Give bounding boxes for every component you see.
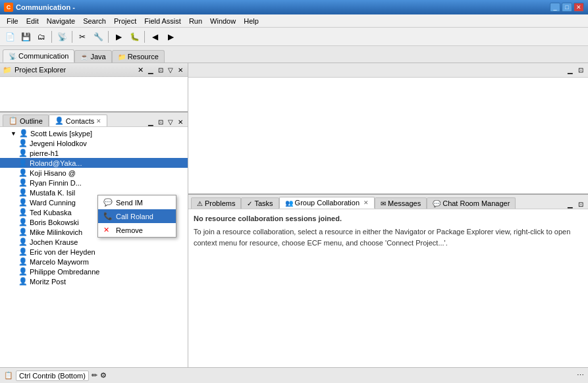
- no-session-text: No resource collaboration sessions joine…: [194, 215, 583, 222]
- menu-edit[interactable]: Edit: [22, 16, 43, 26]
- status-settings-icon[interactable]: ⚙: [100, 371, 107, 380]
- toolbar-nav1[interactable]: ◀: [147, 30, 162, 44]
- menu-bar: File Edit Navigate Search Project Field …: [0, 14, 588, 28]
- pe-minimize-btn[interactable]: ▁: [146, 66, 155, 74]
- tab-problems[interactable]: ⚠ Problems: [191, 197, 241, 209]
- tab-problems-label: Problems: [205, 199, 235, 207]
- persp-tab-resource[interactable]: 📁 Resource: [112, 50, 165, 63]
- contact-icon-14: 👤: [18, 277, 28, 286]
- toolbar-nav2[interactable]: ▶: [163, 30, 178, 44]
- menu-run[interactable]: Run: [185, 16, 206, 26]
- contact-icon-0: 👤: [18, 139, 28, 147]
- right-panel: ▁ ⊡ ⚠ Problems ✓ Tasks 👥 Group Collabora…: [188, 63, 588, 367]
- list-item[interactable]: 👤 Moritz Post: [0, 276, 188, 286]
- toolbar-edit1[interactable]: ✂: [75, 30, 90, 44]
- java-icon: ☕: [80, 53, 88, 61]
- contact-icon-10: 👤: [18, 238, 28, 246]
- list-item[interactable]: 👤 Philippe Ombredanne: [0, 267, 188, 276]
- contact-name-3: Koji Hisano @: [30, 169, 76, 177]
- tab-messages[interactable]: ✉ Messages: [375, 197, 427, 209]
- app-icon: C: [4, 3, 13, 12]
- menu-field-assist[interactable]: Field Assist: [140, 16, 185, 26]
- list-item-roland[interactable]: 👤 Roland@Yaka...: [0, 158, 188, 168]
- contacts-tab-bar: 📋 Outline 👤 Contacts ✕ ▁ ⊡ ▽ ✕: [0, 113, 188, 127]
- list-item[interactable]: 👤 Jochen Krause: [0, 237, 188, 247]
- toolbar-run[interactable]: ▶: [111, 30, 126, 44]
- menu-search[interactable]: Search: [79, 16, 110, 26]
- list-item[interactable]: 👤 Marcelo Mayworm: [0, 257, 188, 267]
- ctx-call-roland[interactable]: 📞 Call Roland: [98, 209, 176, 223]
- list-item[interactable]: 👤 Eric von der Heyden: [0, 247, 188, 257]
- toolbar-sep4: [144, 31, 145, 43]
- list-item[interactable]: 👤 Koji Hisano @: [0, 168, 188, 178]
- ctrl-contrib-label: Ctrl Contrib (Bottom): [19, 372, 86, 380]
- ctx-send-im[interactable]: 💬 Send IM: [98, 195, 176, 209]
- bottom-expand-btn[interactable]: ⊡: [576, 200, 585, 209]
- contacts-icon: 👤: [55, 116, 64, 125]
- right-expand-btn[interactable]: ⊡: [576, 66, 585, 74]
- contact-name-0: Jevgeni Holodkov: [30, 140, 87, 147]
- bottom-tab-controls: ▁ ⊡: [566, 200, 585, 209]
- status-left: 📋 Ctrl Contrib (Bottom) ✏ ⚙: [4, 370, 573, 381]
- contacts-tab-close[interactable]: ✕: [96, 118, 101, 124]
- ctx-remove[interactable]: ✕ Remove: [98, 223, 176, 237]
- contacts-expand-btn[interactable]: ⊡: [156, 118, 165, 126]
- toolbar-new[interactable]: 📄: [3, 30, 17, 44]
- tree-root-item[interactable]: ▼ 👤 Scott Lewis [skype]: [0, 128, 188, 138]
- persp-tab-communication[interactable]: 📡 Communication: [3, 49, 74, 63]
- contacts-tab[interactable]: 👤 Contacts ✕: [49, 115, 107, 126]
- list-item[interactable]: 👤 Ryan Finnin D...: [0, 178, 188, 188]
- persp-tab-java[interactable]: ☕ Java: [74, 50, 111, 63]
- pe-menu-btn[interactable]: ▽: [166, 66, 175, 74]
- project-explorer-actions: ▁ ⊡ ▽ ✕: [146, 66, 185, 74]
- status-edit-icon[interactable]: ✏: [92, 371, 97, 380]
- list-item[interactable]: 👤 Jevgeni Holodkov: [0, 138, 188, 148]
- menu-navigate[interactable]: Navigate: [43, 16, 79, 26]
- toolbar-save2[interactable]: 🗂: [34, 30, 49, 44]
- contact-name-8: Boris Bokowski: [30, 218, 79, 226]
- remove-icon: ✕: [103, 226, 113, 234]
- outline-tab[interactable]: 📋 Outline: [3, 115, 49, 126]
- tab-tasks[interactable]: ✓ Tasks: [241, 197, 279, 209]
- right-minimize-btn[interactable]: ▁: [566, 66, 575, 74]
- tab-group-collab-label: Group Collaboration: [295, 199, 360, 207]
- contact-icon-4: 👤: [18, 178, 28, 187]
- contact-name-2: Roland@Yaka...: [30, 159, 82, 167]
- list-item[interactable]: 👤 pierre-h1: [0, 148, 188, 158]
- contacts-minimize-btn[interactable]: ▁: [146, 118, 155, 126]
- menu-project[interactable]: Project: [110, 16, 140, 26]
- group-collab-body: No resource collaboration sessions joine…: [188, 209, 588, 367]
- contact-icon-7: 👤: [18, 208, 28, 217]
- toolbar-edit2[interactable]: 🔧: [91, 30, 105, 44]
- contact-name-7: Ted Kubaska: [30, 209, 72, 217]
- contacts-tab-label: Contacts: [66, 117, 94, 125]
- menu-file[interactable]: File: [3, 16, 22, 26]
- outline-icon: 📋: [9, 116, 18, 125]
- project-explorer-title: Project Explorer: [14, 66, 135, 74]
- contacts-menu-btn[interactable]: ▽: [166, 118, 175, 126]
- close-button[interactable]: ✕: [574, 3, 584, 12]
- ctrl-contrib-item[interactable]: Ctrl Contrib (Bottom): [16, 370, 89, 381]
- pe-expand-btn[interactable]: ⊡: [156, 66, 165, 74]
- contact-name-10: Jochen Krause: [30, 238, 78, 246]
- pe-close-btn[interactable]: ✕: [176, 66, 185, 74]
- tab-chat-room[interactable]: 💬 Chat Room Manager: [427, 197, 516, 209]
- menu-help[interactable]: Help: [240, 16, 263, 26]
- toolbar-save[interactable]: 💾: [18, 30, 33, 44]
- toolbar-comm[interactable]: 📡: [55, 30, 69, 44]
- status-bar: 📋 Ctrl Contrib (Bottom) ✏ ⚙ ⋯: [0, 367, 588, 383]
- send-im-icon: 💬: [103, 198, 113, 207]
- contacts-close-btn[interactable]: ✕: [176, 118, 185, 126]
- chat-room-icon: 💬: [433, 200, 441, 207]
- instruction-text: To join a resource collaboration, select…: [194, 226, 583, 248]
- contact-name-6: Ward Cunning: [30, 199, 76, 207]
- status-icon-1: 📋: [4, 371, 13, 380]
- bottom-minimize-btn[interactable]: ▁: [566, 200, 575, 209]
- project-explorer-header: 📁 Project Explorer ✕ ▁ ⊡ ▽ ✕: [0, 63, 188, 77]
- minimize-button[interactable]: _: [550, 3, 560, 12]
- menu-window[interactable]: Window: [206, 16, 240, 26]
- toolbar-debug[interactable]: 🐛: [127, 30, 142, 44]
- maximize-button[interactable]: □: [562, 3, 572, 12]
- tab-group-collab[interactable]: 👥 Group Collaboration ✕: [279, 197, 375, 209]
- contact-icon-11: 👤: [18, 247, 28, 256]
